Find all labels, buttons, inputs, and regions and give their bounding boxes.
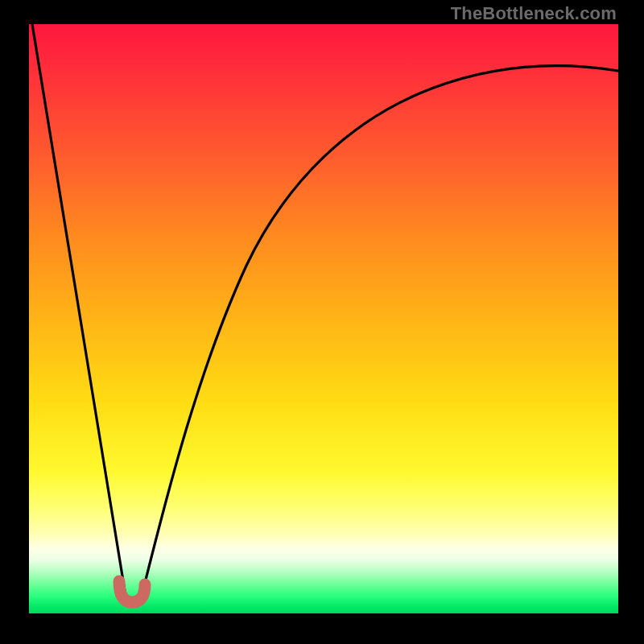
- curve-layer: [29, 24, 618, 613]
- watermark-text: TheBottleneck.com: [451, 3, 617, 24]
- plot-area: [29, 24, 618, 613]
- right-branch-line: [143, 66, 618, 589]
- minimum-marker: [119, 581, 145, 602]
- chart-frame: TheBottleneck.com: [0, 0, 644, 644]
- left-branch-line: [32, 24, 126, 596]
